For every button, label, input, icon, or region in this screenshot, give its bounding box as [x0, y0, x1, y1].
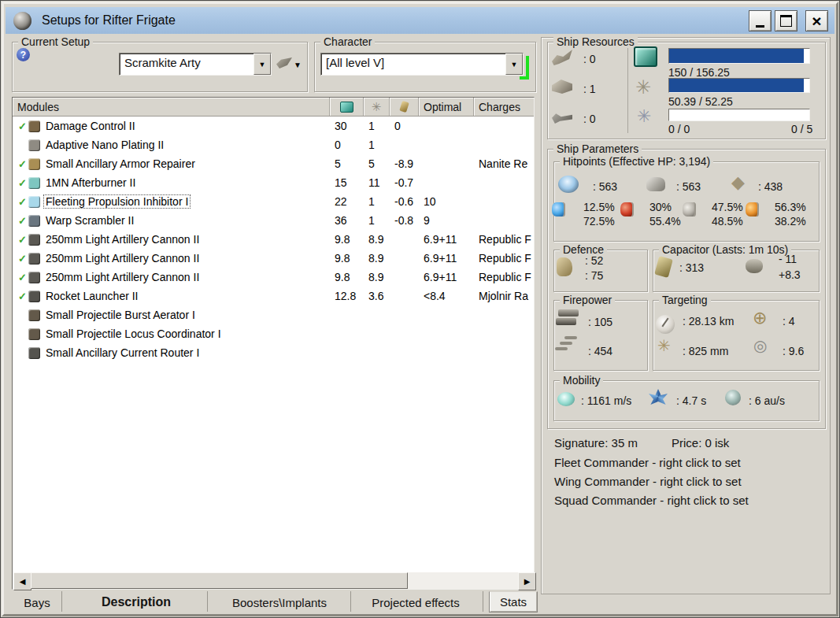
- module-row[interactable]: Small Ancillary Current Router I: [13, 343, 534, 362]
- max-targets-icon: ⊕: [753, 309, 767, 327]
- module-enabled-check-icon[interactable]: ✓: [17, 120, 28, 132]
- column-header-optimal[interactable]: Optimal: [419, 98, 474, 116]
- tab-boosters-implants[interactable]: Boosters\Implants: [215, 593, 344, 612]
- module-name: 250mm Light Artillery Cannon II: [44, 252, 201, 265]
- module-row[interactable]: ✓ Fleeting Propulsion Inhibitor I 22 1 -…: [13, 192, 534, 211]
- module-row[interactable]: ✓ 250mm Light Artillery Cannon II 9.8 8.…: [13, 230, 534, 249]
- modules-header: Modules ✳ Optimal Charges: [13, 98, 534, 117]
- title-bar[interactable]: Setups for Rifter Frigate ×: [6, 7, 834, 34]
- turret-dps-icon: [558, 309, 579, 316]
- scroll-right-button[interactable]: ▶: [518, 572, 536, 590]
- module-row[interactable]: Small Projectile Burst Aerator I: [13, 305, 534, 324]
- em-armor-resist: 72.5%: [583, 215, 615, 228]
- scroll-right-icon: ▶: [524, 577, 531, 586]
- module-enabled-check-icon[interactable]: ✓: [17, 290, 28, 302]
- tab-projected-effects[interactable]: Projected effects: [357, 593, 475, 612]
- module-name: 250mm Light Artillery Cannon II: [44, 271, 201, 283]
- modules-hscrollbar-thumb[interactable]: [31, 572, 408, 589]
- drone-bandwidth-text: 0 / 5: [791, 123, 812, 135]
- module-row[interactable]: ✓ 250mm Light Artillery Cannon II 9.8 8.…: [13, 268, 534, 287]
- maximize-button[interactable]: [775, 10, 797, 31]
- character-dropdown-button[interactable]: ▼: [505, 54, 523, 75]
- squad-commander[interactable]: Squad Commander - right click to set: [554, 494, 749, 507]
- explosive-resist-icon: [620, 202, 632, 216]
- column-header-charges[interactable]: Charges: [474, 98, 534, 116]
- cpu-icon: [340, 102, 353, 113]
- max-velocity-icon: [557, 392, 575, 406]
- character-label: Character: [320, 35, 375, 48]
- wing-commander[interactable]: Wing Commander - right click to set: [554, 475, 742, 488]
- fleet-commander[interactable]: Fleet Commander - right click to set: [554, 456, 741, 469]
- structure-hp-value: : 438: [758, 180, 783, 193]
- rig-locus-coordinator-icon: [28, 328, 40, 340]
- module-row[interactable]: ✓ Small Ancillary Armor Repairer 5 5 -8.…: [13, 154, 534, 173]
- module-powergrid-value: 3.6: [364, 290, 390, 302]
- setup-dropdown-button[interactable]: ▼: [253, 54, 271, 75]
- defence-repair-icon: [557, 257, 572, 276]
- tab-description[interactable]: Description: [73, 593, 199, 612]
- help-icon[interactable]: ?: [17, 48, 30, 61]
- module-row[interactable]: ✓ Damage Control II 30 1 0: [13, 117, 534, 135]
- module-row[interactable]: ✓ 250mm Light Artillery Cannon II 9.8 8.…: [13, 249, 534, 268]
- column-header-powergrid[interactable]: ✳: [364, 98, 390, 116]
- module-capacitor-value: -0.6: [390, 195, 419, 208]
- module-enabled-check-icon[interactable]: ✓: [17, 272, 28, 283]
- minimize-icon: [756, 25, 764, 28]
- module-enabled-check-icon[interactable]: ✓: [17, 215, 28, 227]
- current-setup-label: Current Setup: [18, 35, 93, 48]
- chevron-down-icon: ▼: [511, 61, 518, 68]
- module-row[interactable]: ✓ Warp Scrambler II 36 1 -0.8 9: [13, 211, 534, 230]
- column-header-modules[interactable]: Modules: [13, 98, 330, 116]
- tab-separator: [61, 591, 62, 612]
- module-charge-value: Republic F: [474, 271, 534, 283]
- module-row[interactable]: Small Projectile Locus Coordinator I: [13, 324, 534, 343]
- column-header-capacitor[interactable]: [390, 98, 419, 116]
- turret-hardpoints-value: : 0: [583, 53, 596, 65]
- tab-separator: [483, 591, 483, 612]
- shield-hp-icon: [558, 176, 579, 193]
- powergrid-usage-text: 50.39 / 52.25: [668, 95, 733, 108]
- module-capacitor-value: -0.7: [390, 176, 419, 189]
- module-powergrid-value: 8.9: [364, 252, 390, 265]
- scroll-left-button[interactable]: ◀: [13, 572, 31, 590]
- column-header-cpu[interactable]: [330, 98, 364, 116]
- modules-list: Modules ✳ Optimal Charges ✓ Damage Contr…: [12, 97, 535, 590]
- scan-resolution-icon: ✳: [657, 338, 671, 353]
- module-enabled-check-icon[interactable]: ✓: [17, 253, 28, 265]
- module-cpu-value: 30: [330, 120, 364, 132]
- module-enabled-check-icon[interactable]: ✓: [17, 158, 28, 170]
- thermal-shield-resist: 56.3%: [775, 201, 806, 213]
- kinetic-armor-resist: 48.5%: [712, 215, 743, 228]
- tab-stats[interactable]: Stats: [489, 591, 538, 612]
- capacitor-drain: - 11: [779, 253, 797, 265]
- module-enabled-check-icon[interactable]: ✓: [17, 196, 28, 208]
- kinetic-resist-icon: [683, 202, 694, 216]
- module-row[interactable]: ✓ Rocket Launcher II 12.8 3.6 <8.4 Mjoln…: [13, 287, 534, 305]
- align-time: : 4.7 s: [676, 394, 706, 407]
- afterburner-icon: [28, 177, 40, 189]
- structure-hp-icon: ◆: [731, 174, 745, 191]
- module-row[interactable]: ✓ 1MN Afterburner II 15 11 -0.7: [13, 173, 534, 192]
- max-targets: : 4: [783, 315, 795, 328]
- module-row[interactable]: Adaptive Nano Plating II 0 1: [13, 135, 534, 154]
- character-select[interactable]: [All level V] ▼: [320, 53, 524, 76]
- tab-bays[interactable]: Bays: [15, 593, 59, 612]
- module-charge-value: Republic F: [474, 252, 534, 265]
- module-charge-value: Mjolnir Ra: [474, 290, 534, 302]
- powergrid-bar: [668, 78, 810, 93]
- module-name: 1MN Afterburner II: [44, 176, 137, 189]
- cpu-bar-fill: [669, 49, 804, 63]
- shield-hp-value: : 563: [593, 180, 617, 193]
- setup-menu-arrow-icon[interactable]: ▼: [294, 61, 302, 69]
- module-enabled-check-icon[interactable]: ✓: [17, 234, 28, 246]
- armor-hp-value: : 563: [676, 180, 701, 193]
- powergrid-icon: ✳: [635, 78, 651, 97]
- close-button[interactable]: ×: [805, 10, 828, 31]
- module-powergrid-value: 1: [364, 214, 390, 227]
- targeting-range: : 28.13 km: [683, 315, 734, 328]
- minimize-button[interactable]: [749, 10, 772, 31]
- eft-window: Setups for Rifter Frigate × Current Setu…: [0, 0, 840, 618]
- module-enabled-check-icon[interactable]: ✓: [17, 177, 28, 189]
- setup-select[interactable]: Scramkite Arty ▼: [119, 53, 272, 76]
- module-cpu-value: 15: [330, 176, 364, 189]
